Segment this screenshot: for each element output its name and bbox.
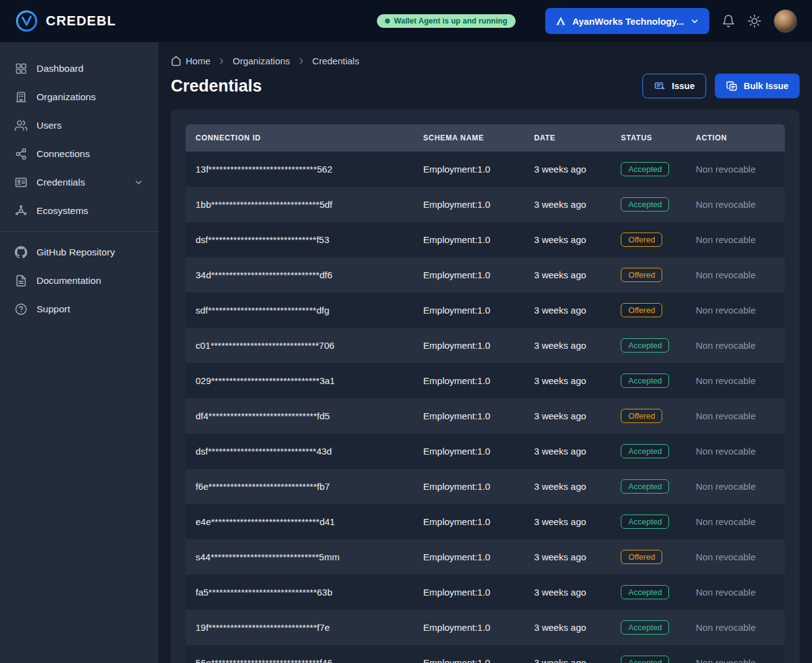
sidebar-item-label: GitHub Repository bbox=[37, 247, 115, 258]
column-header-status[interactable]: STATUS bbox=[611, 124, 686, 152]
status-cell: Accepted bbox=[611, 187, 686, 222]
sidebar-item-support[interactable]: Support bbox=[0, 295, 158, 323]
date-cell: 3 weeks ago bbox=[524, 434, 611, 469]
table-body: 13f******************************562 Emp… bbox=[186, 152, 785, 663]
table-row[interactable]: e4e******************************d41 Emp… bbox=[186, 504, 785, 539]
action-cell: Non revocable bbox=[686, 363, 785, 398]
bulk-issue-button[interactable]: Bulk Issue bbox=[715, 74, 800, 98]
sidebar-item-label: Ecosystems bbox=[37, 205, 89, 216]
sidebar-item-documentation[interactable]: Documentation bbox=[0, 267, 158, 295]
status-cell: Accepted bbox=[611, 434, 686, 469]
table-header: CONNECTION ID SCHEMA NAME DATE STATUS AC… bbox=[186, 124, 785, 152]
table-row[interactable]: 56e******************************f46 Emp… bbox=[186, 645, 785, 663]
breadcrumb-organizations[interactable]: Organizations bbox=[233, 56, 290, 66]
action-cell: Non revocable bbox=[686, 293, 785, 328]
notifications-button[interactable] bbox=[722, 14, 735, 28]
table-row[interactable]: sdf******************************dfg Emp… bbox=[186, 293, 785, 328]
brand[interactable]: CREDEBL bbox=[15, 9, 116, 33]
date-cell: 3 weeks ago bbox=[524, 328, 611, 363]
sidebar-item-users[interactable]: Users bbox=[0, 111, 158, 140]
status-badge: Offered bbox=[621, 233, 662, 247]
table-row[interactable]: f6e******************************fb7 Emp… bbox=[186, 469, 785, 504]
sidebar-item-connections[interactable]: Connections bbox=[0, 140, 158, 168]
ecosystems-icon bbox=[15, 205, 27, 217]
bulk-issue-button-label: Bulk Issue bbox=[743, 81, 788, 91]
status-badge: Offered bbox=[621, 550, 662, 564]
top-navbar: CREDEBL Wallet Agent is up and running A… bbox=[0, 0, 812, 42]
status-badge: Accepted bbox=[621, 656, 669, 663]
sun-icon bbox=[748, 14, 761, 28]
date-cell: 3 weeks ago bbox=[524, 187, 611, 222]
documentation-icon bbox=[15, 275, 27, 287]
table-row[interactable]: 19f******************************f7e Emp… bbox=[186, 610, 785, 645]
connection-id-cell: 34d******************************df6 bbox=[186, 257, 413, 293]
page-header: Credentials Issue Bulk Issue bbox=[171, 74, 800, 98]
status-badge: Accepted bbox=[621, 515, 669, 529]
connection-id-cell: 19f******************************f7e bbox=[186, 610, 413, 645]
action-cell: Non revocable bbox=[686, 434, 785, 469]
date-cell: 3 weeks ago bbox=[524, 504, 611, 539]
chevron-down-icon bbox=[134, 178, 144, 187]
avatar[interactable] bbox=[774, 9, 797, 33]
brand-name: CREDEBL bbox=[46, 13, 116, 29]
wallet-status-text: Wallet Agent is up and running bbox=[394, 17, 508, 25]
schema-name-cell: Employment:1.0 bbox=[413, 293, 524, 328]
sidebar-item-ecosystems[interactable]: Ecosystems bbox=[0, 197, 158, 225]
sidebar-item-credentials[interactable]: Credentials bbox=[0, 168, 158, 197]
bulk-issue-icon bbox=[726, 80, 738, 92]
status-badge: Accepted bbox=[621, 585, 669, 599]
table-row[interactable]: dsf******************************f53 Emp… bbox=[186, 222, 785, 257]
theme-toggle-button[interactable] bbox=[748, 14, 761, 28]
breadcrumb-credentials: Credentials bbox=[313, 56, 360, 66]
status-badge: Accepted bbox=[621, 197, 669, 212]
connection-id-cell: s44******************************5mm bbox=[186, 539, 413, 575]
column-header-connection-id[interactable]: CONNECTION ID bbox=[186, 124, 413, 152]
status-badge: Accepted bbox=[621, 162, 669, 176]
schema-name-cell: Employment:1.0 bbox=[413, 363, 524, 398]
table-row[interactable]: fa5******************************63b Emp… bbox=[186, 575, 785, 610]
table-row[interactable]: 13f******************************562 Emp… bbox=[186, 152, 785, 187]
credebl-logo-icon bbox=[15, 9, 38, 33]
table-row[interactable]: dsf******************************43d Emp… bbox=[186, 434, 785, 469]
credentials-table-card: CONNECTION ID SCHEMA NAME DATE STATUS AC… bbox=[171, 109, 800, 663]
status-badge: Offered bbox=[621, 409, 662, 423]
github-icon bbox=[15, 246, 27, 259]
wallet-status-badge: Wallet Agent is up and running bbox=[377, 14, 516, 28]
table-row[interactable]: c01******************************706 Emp… bbox=[186, 328, 785, 363]
status-cell: Accepted bbox=[611, 152, 686, 187]
status-cell: Accepted bbox=[611, 575, 686, 610]
organizations-icon bbox=[15, 91, 27, 103]
sidebar-item-dashboard[interactable]: Dashboard bbox=[0, 54, 158, 83]
action-cell: Non revocable bbox=[686, 610, 785, 645]
main-content: Home Organizations Credentials Credentia… bbox=[158, 42, 812, 663]
breadcrumb-home[interactable]: Home bbox=[171, 56, 210, 66]
sidebar-item-organizations[interactable]: Organizations bbox=[0, 83, 158, 111]
bell-icon bbox=[722, 14, 735, 28]
org-switcher-button[interactable]: AyanWorks Technology... bbox=[545, 8, 709, 34]
table-row[interactable]: 1bb******************************5df Emp… bbox=[186, 187, 785, 222]
date-cell: 3 weeks ago bbox=[524, 257, 611, 293]
org-logo-icon bbox=[555, 15, 566, 27]
column-header-schema-name[interactable]: SCHEMA NAME bbox=[413, 124, 524, 152]
issue-button[interactable]: Issue bbox=[642, 74, 706, 98]
table-row[interactable]: 029******************************3a1 Emp… bbox=[186, 363, 785, 398]
table-row[interactable]: s44******************************5mm Emp… bbox=[186, 539, 785, 575]
status-cell: Offered bbox=[611, 398, 686, 434]
column-header-date[interactable]: DATE bbox=[524, 124, 611, 152]
sidebar-item-label: Documentation bbox=[37, 275, 101, 286]
action-cell: Non revocable bbox=[686, 398, 785, 434]
column-header-action[interactable]: ACTION bbox=[686, 124, 785, 152]
table-row[interactable]: 34d******************************df6 Emp… bbox=[186, 257, 785, 293]
connection-id-cell: 56e******************************f46 bbox=[186, 645, 413, 663]
chevron-right-icon bbox=[296, 56, 306, 66]
sidebar-divider bbox=[0, 231, 158, 232]
sidebar-item-label: Dashboard bbox=[37, 63, 84, 74]
connection-id-cell: c01******************************706 bbox=[186, 328, 413, 363]
sidebar-item-github-repository[interactable]: GitHub Repository bbox=[0, 238, 158, 267]
page-title: Credentials bbox=[171, 77, 262, 96]
table-row[interactable]: df4******************************fd5 Emp… bbox=[186, 398, 785, 434]
status-badge: Accepted bbox=[621, 444, 669, 458]
breadcrumb-label: Organizations bbox=[233, 56, 290, 66]
connection-id-cell: 029******************************3a1 bbox=[186, 363, 413, 398]
schema-name-cell: Employment:1.0 bbox=[413, 645, 524, 663]
